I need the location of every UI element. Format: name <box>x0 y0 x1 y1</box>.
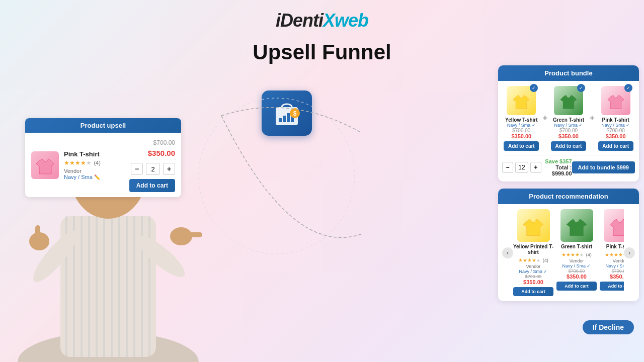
svg-rect-37 <box>283 116 286 122</box>
rec-thumb-yellow <box>517 209 550 242</box>
rec-name-green: Green T-shirt <box>561 244 592 249</box>
upsell-review-count: (4) <box>94 160 100 166</box>
rec-name-pink: Pink T-shirt <box>606 244 624 249</box>
rec-price-old-pink: $700.00 <box>612 268 624 274</box>
rec-variant-green: Navy / Sma ✓ <box>562 263 591 268</box>
bundle-price-old-green: $700.00 <box>559 128 578 133</box>
header: iDentiXweb Upsell Funnel <box>0 0 644 64</box>
rec-name-yellow: Yellow Printed T-shirt <box>513 244 553 255</box>
svg-rect-11 <box>133 216 135 357</box>
rec-thumb-green <box>560 209 593 242</box>
rec-rating-green: ★★★★★ (4) <box>561 249 591 258</box>
rec-vendor-pink: Vendor <box>613 258 624 263</box>
bundle-check-yellow: ✓ <box>530 84 538 92</box>
bundle-tshirt-pink <box>607 92 625 110</box>
svg-rect-34 <box>35 225 40 240</box>
svg-rect-32 <box>188 232 202 237</box>
right-panels: Product bundle ✓ Yellow T-shirt Navy / S… <box>498 65 639 301</box>
rec-add-yellow[interactable]: Add to cart <box>513 287 553 296</box>
bundle-qty-controls: − + <box>502 162 541 173</box>
bundle-price-new-pink: $350.00 <box>606 133 626 139</box>
bundle-qty-increase[interactable]: + <box>530 162 541 173</box>
svg-rect-5 <box>88 216 90 357</box>
upsell-card-header: Product upsell <box>25 118 181 133</box>
bundle-check-pink: ✓ <box>624 84 632 92</box>
svg-rect-38 <box>287 113 290 122</box>
bundle-price-old-yellow: $700.00 <box>512 128 530 133</box>
rec-add-pink[interactable]: Add to cart <box>600 282 624 291</box>
upsell-card-body: Pink T-shirt ★★★★★ (4) Vendor Navy / Sma… <box>25 133 181 197</box>
bundle-tshirt-yellow <box>512 92 530 110</box>
bundle-main-button[interactable]: Add to bundle $999 <box>572 161 635 173</box>
bundle-variant-pink: Navy / Sma ✓ <box>601 123 630 128</box>
bundle-thumb-yellow: ✓ <box>507 86 536 115</box>
bundle-panel: Product bundle ✓ Yellow T-shirt Navy / S… <box>498 65 639 182</box>
rec-products: Yellow Printed T-shirt ★★★★★ (4) Vendor … <box>513 209 624 296</box>
bundle-add-yellow[interactable]: Add to cart <box>504 141 539 151</box>
rec-price-new-pink: $350.00 <box>610 274 624 280</box>
upsell-card: Product upsell Pink T-shirt ★★★★★ (4) Ve… <box>25 118 181 197</box>
svg-rect-36 <box>279 118 282 122</box>
rec-rating-pink: ★★★★★ (4) <box>605 249 624 258</box>
bundle-price-new-yellow: $350.00 <box>511 133 531 139</box>
rec-tshirt-yellow <box>522 215 544 237</box>
bundle-thumb-green: ✓ <box>554 86 583 115</box>
bundle-name-green: Green T-shirt <box>553 117 584 123</box>
upsell-qty-decrease[interactable]: − <box>131 163 143 175</box>
rec-next-button[interactable]: › <box>624 247 635 258</box>
upsell-variant: Navy / Sma ✏️ <box>64 174 124 180</box>
bundle-qty-decrease[interactable]: − <box>502 162 513 173</box>
bundle-price-old-pink: $700.00 <box>607 128 625 133</box>
bundle-plus-1: + <box>542 113 548 124</box>
bundle-save-total: Save $357 Total : $999.00 <box>541 158 572 176</box>
funnel-icon-box: $ <box>262 90 312 136</box>
upsell-qty-controls: − + <box>131 163 175 175</box>
upsell-product-name: Pink T-shirt <box>64 150 124 158</box>
bundle-save-text: Save $357 <box>541 158 572 164</box>
rec-rating-yellow: ★★★★★ (4) <box>518 255 548 264</box>
rec-prev-button[interactable]: ‹ <box>502 247 513 258</box>
svg-rect-10 <box>126 216 128 357</box>
bundle-check-green: ✓ <box>577 84 585 92</box>
rec-thumb-pink <box>604 209 624 242</box>
svg-rect-13 <box>148 216 150 357</box>
rec-items-wrapper: Yellow Printed T-shirt ★★★★★ (4) Vendor … <box>513 209 624 296</box>
bundle-add-green[interactable]: Add to cart <box>551 141 586 151</box>
upsell-product-info: Pink T-shirt ★★★★★ (4) Vendor Navy / Sma… <box>64 150 124 180</box>
recommendation-panel-header: Product recommendation <box>498 189 639 204</box>
bundle-plus-2: + <box>590 113 595 124</box>
person-illustration <box>0 70 216 362</box>
rec-variant-yellow: Navy / Sma ✓ <box>519 269 547 274</box>
upsell-qty-input[interactable] <box>146 163 160 175</box>
rec-vendor-yellow: Vendor <box>526 264 541 269</box>
bundle-qty-input[interactable] <box>515 162 528 173</box>
rec-item-yellow: Yellow Printed T-shirt ★★★★★ (4) Vendor … <box>513 209 553 296</box>
upsell-add-to-cart-button[interactable]: Add to cart <box>129 179 175 192</box>
bundle-thumb-pink: ✓ <box>601 86 630 115</box>
bundle-add-pink[interactable]: Add to cart <box>598 141 633 151</box>
upsell-tshirt-icon <box>35 155 55 175</box>
rec-tshirt-green <box>566 215 588 237</box>
upsell-pricing: $700.00 $350.00 − + Add to cart <box>129 138 175 192</box>
bundle-item-pink: ✓ Pink T-shirt Navy / Sma ✓ $700.00 $350… <box>598 86 633 151</box>
bundle-panel-header: Product bundle <box>498 65 639 81</box>
bundle-footer: − + Save $357 Total : $999.00 Add to bun… <box>502 155 635 176</box>
upsell-product-thumb <box>31 151 59 179</box>
decline-label: If Decline <box>583 320 634 334</box>
bundle-variant-green: Navy / Sma ✓ <box>554 123 583 128</box>
rec-price-old-green: $700.00 <box>569 268 585 274</box>
page-title: Upsell Funnel <box>0 40 644 64</box>
svg-rect-9 <box>118 216 120 357</box>
recommendation-panel: Product recommendation ‹ <box>498 189 639 301</box>
bundle-tshirt-green <box>559 92 578 110</box>
rec-item-pink: Pink T-shirt ★★★★★ (4) Vendor Navy / Sma… <box>600 209 624 291</box>
bundle-variant-yellow: Navy / Sma ✓ <box>507 123 536 128</box>
rec-item-green: Green T-shirt ★★★★★ (4) Vendor Navy / Sm… <box>556 209 597 291</box>
rec-tshirt-pink <box>609 215 624 237</box>
svg-rect-8 <box>111 216 113 357</box>
rec-add-green[interactable]: Add to cart <box>556 282 597 291</box>
upsell-stars: ★★★★★ (4) <box>64 158 124 167</box>
bundle-name-yellow: Yellow T-shirt <box>505 117 537 123</box>
upsell-qty-increase[interactable]: + <box>163 163 175 175</box>
bundle-price-new-green: $350.00 <box>558 133 579 139</box>
